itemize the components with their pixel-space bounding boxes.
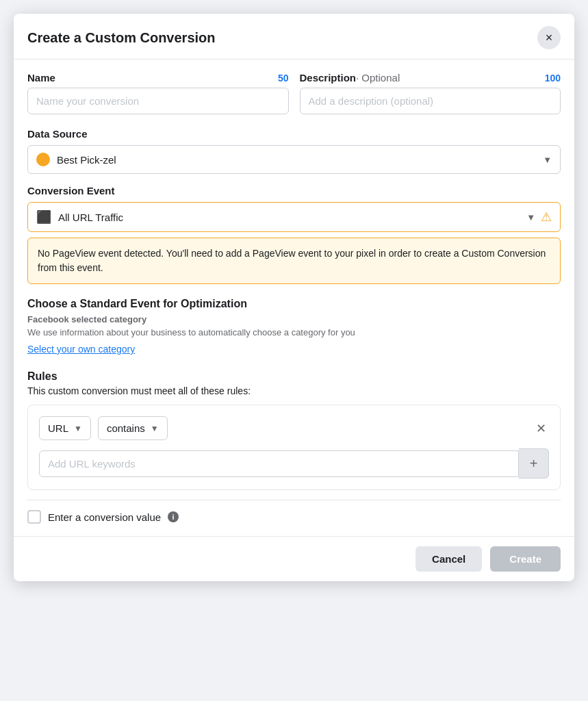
modal-header: Create a Custom Conversion × xyxy=(14,14,574,60)
optional-label: · Optional xyxy=(356,72,400,84)
keyword-input[interactable] xyxy=(39,450,519,477)
name-label: Name xyxy=(27,72,55,84)
url-label: URL xyxy=(48,422,68,434)
conversion-value-checkbox[interactable] xyxy=(27,510,41,524)
rules-desc: This custom conversion must meet all of … xyxy=(27,385,561,396)
plus-icon: + xyxy=(530,456,538,472)
conversion-event-value: All URL Traffic xyxy=(58,212,521,223)
warning-box: No PageView event detected. You'll need … xyxy=(27,238,561,284)
name-input[interactable] xyxy=(27,88,289,114)
description-label: Description· Optional xyxy=(300,72,400,84)
description-group: Description· Optional 100 xyxy=(300,72,561,114)
rules-box: URL ▼ contains ▼ ✕ + xyxy=(27,405,561,490)
create-button[interactable]: Create xyxy=(490,546,561,572)
rules-title: Rules xyxy=(27,370,561,383)
rules-filter-row: URL ▼ contains ▼ ✕ xyxy=(39,416,549,440)
conversion-value-row: Enter a conversion value i xyxy=(27,500,561,524)
contains-label: contains xyxy=(107,422,145,434)
conversion-event-select[interactable]: ⬛ All URL Traffic ▼ ⚠ xyxy=(27,202,561,232)
data-source-value: Best Pick-zel xyxy=(57,154,537,166)
create-custom-conversion-modal: Create a Custom Conversion × Name 50 Des… xyxy=(14,14,574,581)
warning-text: No PageView event detected. You'll need … xyxy=(38,248,546,273)
info-icon[interactable]: i xyxy=(168,511,179,522)
warning-icon: ⚠ xyxy=(541,209,552,225)
url-select[interactable]: URL ▼ xyxy=(39,416,91,440)
select-own-category-link[interactable]: Select your own category xyxy=(27,344,135,355)
description-label-row: Description· Optional 100 xyxy=(300,72,561,84)
name-description-row: Name 50 Description· Optional 100 xyxy=(27,72,561,114)
optimization-category-sub: Facebook selected category xyxy=(27,314,561,324)
browser-icon: ⬛ xyxy=(36,209,51,225)
description-char-count: 100 xyxy=(545,73,561,84)
remove-rule-button[interactable]: ✕ xyxy=(533,418,549,439)
conversion-event-label: Conversion Event xyxy=(27,185,561,196)
url-chevron-icon: ▼ xyxy=(74,424,82,433)
optimization-category-desc: We use information about your business t… xyxy=(27,327,561,337)
data-source-dot-icon xyxy=(36,153,50,166)
modal-title: Create a Custom Conversion xyxy=(27,30,216,46)
rules-section: Rules This custom conversion must meet a… xyxy=(27,370,561,490)
modal-body: Name 50 Description· Optional 100 Data S… xyxy=(14,60,574,536)
contains-chevron-icon: ▼ xyxy=(151,424,159,433)
name-char-count: 50 xyxy=(278,73,289,84)
chevron-down-icon: ▼ xyxy=(543,155,552,165)
data-source-select[interactable]: Best Pick-zel ▼ xyxy=(27,145,561,174)
name-group: Name 50 xyxy=(27,72,289,114)
add-keyword-button[interactable]: + xyxy=(519,448,549,479)
contains-select[interactable]: contains ▼ xyxy=(98,416,168,440)
keyword-row: + xyxy=(39,448,549,479)
name-label-row: Name 50 xyxy=(27,72,289,84)
optimization-title: Choose a Standard Event for Optimization xyxy=(27,298,561,310)
modal-footer: Cancel Create xyxy=(14,536,574,581)
data-source-label: Data Source xyxy=(27,128,561,140)
cancel-button[interactable]: Cancel xyxy=(416,546,482,572)
conversion-event-section: Conversion Event ⬛ All URL Traffic ▼ ⚠ N… xyxy=(27,185,561,284)
chevron-down-icon-2: ▼ xyxy=(526,212,535,222)
close-button[interactable]: × xyxy=(537,26,561,49)
data-source-section: Data Source Best Pick-zel ▼ xyxy=(27,128,561,174)
optimization-section: Choose a Standard Event for Optimization… xyxy=(27,298,561,355)
conversion-value-label: Enter a conversion value xyxy=(48,511,161,523)
description-input[interactable] xyxy=(300,88,561,114)
